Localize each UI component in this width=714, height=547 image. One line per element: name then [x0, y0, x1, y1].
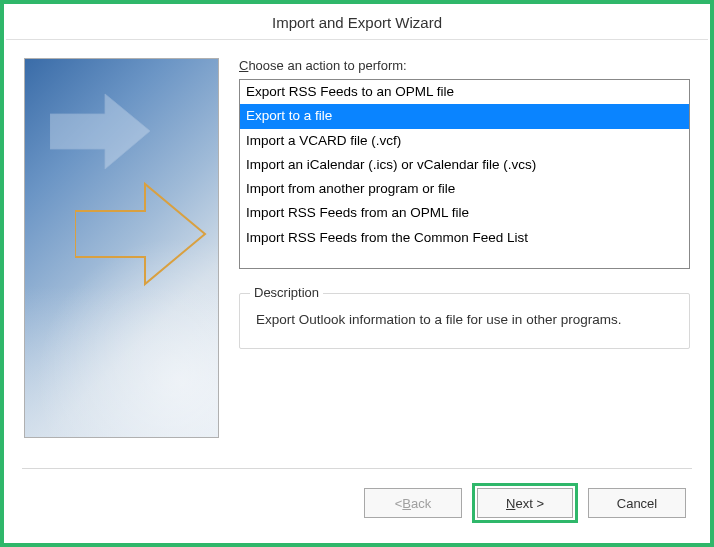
- list-item[interactable]: Import an iCalendar (.ics) or vCalendar …: [240, 153, 689, 177]
- wizard-banner-image: [24, 58, 219, 438]
- titlebar: Import and Export Wizard: [6, 6, 708, 40]
- action-listbox[interactable]: Export RSS Feeds to an OPML file Export …: [239, 79, 690, 269]
- next-button-highlight: Next >: [472, 483, 578, 523]
- cancel-button[interactable]: Cancel: [588, 488, 686, 518]
- list-item[interactable]: Import a VCARD file (.vcf): [240, 129, 689, 153]
- back-button: < Back: [364, 488, 462, 518]
- list-item[interactable]: Export to a file: [240, 104, 689, 128]
- right-panel: Choose an action to perform: Export RSS …: [239, 58, 690, 452]
- list-item[interactable]: Import RSS Feeds from an OPML file: [240, 201, 689, 225]
- arrow-icon: [50, 89, 160, 174]
- button-row: < Back Next > Cancel: [6, 469, 708, 541]
- list-item[interactable]: Import RSS Feeds from the Common Feed Li…: [240, 226, 689, 250]
- description-text: Export Outlook information to a file for…: [256, 306, 673, 330]
- arrow-icon: [75, 179, 215, 289]
- titlebar-text: Import and Export Wizard: [272, 14, 442, 31]
- wizard-dialog-highlight: Import and Export Wizard Choose an actio…: [0, 0, 714, 547]
- wizard-dialog: Import and Export Wizard Choose an actio…: [6, 6, 708, 541]
- description-title: Description: [250, 285, 323, 300]
- description-group: Description Export Outlook information t…: [239, 293, 690, 349]
- content-area: Choose an action to perform: Export RSS …: [6, 40, 708, 460]
- list-item[interactable]: Import from another program or file: [240, 177, 689, 201]
- prompt-label: Choose an action to perform:: [239, 58, 690, 73]
- list-item[interactable]: Export RSS Feeds to an OPML file: [240, 80, 689, 104]
- next-button[interactable]: Next >: [477, 488, 573, 518]
